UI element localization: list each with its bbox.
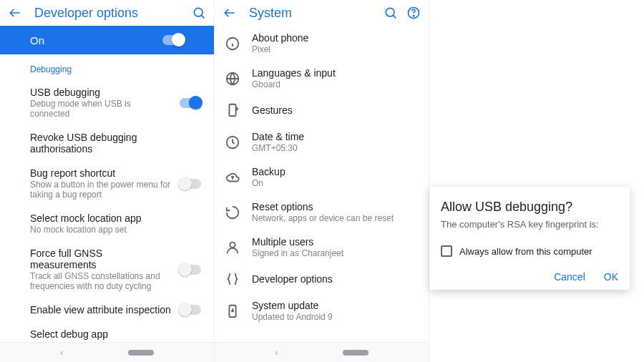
- usb-debugging-row[interactable]: USB debugging Debug mode when USB is con…: [0, 80, 214, 125]
- row-title: Revoke USB debugging authorisations: [30, 132, 201, 155]
- android-navbar: ‹: [0, 342, 214, 362]
- row-title: Languages & input: [252, 67, 416, 79]
- svg-point-0: [194, 8, 203, 16]
- row-subtitle: On: [252, 178, 416, 188]
- page-title: Developer options: [30, 6, 184, 21]
- master-toggle-row[interactable]: On: [0, 26, 214, 54]
- appbar: System: [215, 0, 429, 26]
- nav-back-icon[interactable]: ‹: [61, 348, 64, 358]
- section-header: Debugging: [0, 54, 214, 80]
- row-title: Bug report shortcut: [30, 167, 171, 179]
- row-title: Force full GNSS measurements: [30, 248, 171, 270]
- svg-point-3: [413, 16, 414, 16]
- gestures-row[interactable]: Gestures: [215, 96, 429, 124]
- bug-report-shortcut-row[interactable]: Bug report shortcut Show a button in the…: [0, 161, 214, 206]
- checkbox-label: Always allow from this computer: [459, 246, 592, 257]
- globe-icon: [225, 71, 240, 87]
- checkbox-icon: [441, 245, 452, 257]
- bug-report-toggle[interactable]: [180, 179, 201, 189]
- row-title: Enable view attribute inspection: [30, 304, 171, 315]
- update-icon: [225, 303, 240, 319]
- braces-icon: [225, 271, 240, 287]
- mock-location-row[interactable]: Select mock location app No mock locatio…: [0, 206, 214, 241]
- backup-row[interactable]: Backup On: [215, 160, 429, 195]
- row-title: Gestures: [252, 104, 416, 116]
- back-icon[interactable]: [222, 5, 238, 21]
- gesture-icon: [225, 102, 240, 118]
- row-title: Multiple users: [252, 236, 416, 248]
- row-subtitle: Debug mode when USB is connected: [30, 99, 171, 119]
- row-title: USB debugging: [30, 87, 171, 98]
- info-icon: [225, 36, 240, 52]
- developer-options-row[interactable]: Developer options: [215, 265, 429, 293]
- row-title: Select debug app: [30, 328, 201, 340]
- page-title: System: [245, 6, 376, 21]
- about-phone-row[interactable]: About phone Pixel: [215, 26, 429, 61]
- search-icon[interactable]: [191, 5, 207, 21]
- search-icon[interactable]: [383, 5, 399, 21]
- row-subtitle: Show a button in the power menu for taki…: [30, 180, 171, 200]
- svg-point-1: [386, 8, 394, 16]
- row-subtitle: Gboard: [252, 79, 416, 89]
- attr-inspection-toggle[interactable]: [180, 305, 201, 315]
- help-icon[interactable]: [406, 5, 421, 21]
- date-time-row[interactable]: Date & time GMT+05:30: [215, 124, 429, 160]
- row-subtitle: Track all GNSS constellations and freque…: [30, 271, 171, 291]
- gnss-row[interactable]: Force full GNSS measurements Track all G…: [0, 241, 214, 298]
- row-subtitle: Updated to Android 9: [252, 312, 416, 322]
- reset-icon: [225, 205, 240, 220]
- ok-button[interactable]: OK: [604, 271, 618, 283]
- row-title: Date & time: [252, 131, 416, 142]
- system-screen: System About phone Pixel Languages & inp…: [215, 0, 429, 362]
- master-toggle[interactable]: [162, 35, 184, 45]
- appbar: Developer options: [0, 0, 214, 26]
- settings-list: About phone Pixel Languages & input Gboa…: [215, 26, 429, 362]
- usb-debugging-dialog: Allow USB debugging? The computer's RSA …: [429, 187, 630, 290]
- usb-debugging-toggle[interactable]: [180, 98, 201, 108]
- gnss-toggle[interactable]: [180, 265, 201, 275]
- nav-home-pill[interactable]: [343, 350, 369, 356]
- usb-dialog-screen: Allow USB debugging? The computer's RSA …: [429, 0, 644, 362]
- svg-rect-6: [229, 104, 235, 117]
- nav-back-icon[interactable]: ‹: [275, 348, 278, 358]
- row-subtitle: No mock location app set: [30, 225, 201, 235]
- dialog-actions: Cancel OK: [441, 271, 618, 283]
- row-title: Select mock location app: [30, 212, 201, 224]
- settings-list: Debugging USB debugging Debug mode when …: [0, 54, 214, 362]
- dialog-title: Allow USB debugging?: [441, 200, 618, 215]
- reset-options-row[interactable]: Reset options Network, apps or device ca…: [215, 195, 429, 230]
- cancel-button[interactable]: Cancel: [554, 271, 585, 283]
- nav-home-pill[interactable]: [128, 350, 154, 356]
- row-title: Developer options: [252, 273, 416, 285]
- svg-point-8: [230, 242, 235, 247]
- row-title: Backup: [252, 166, 416, 177]
- row-subtitle: Signed in as Charanjeet: [252, 248, 416, 258]
- languages-row[interactable]: Languages & input Gboard: [215, 61, 429, 96]
- android-navbar: ‹: [215, 342, 429, 362]
- row-subtitle: Network, apps or device can be reset: [252, 213, 416, 223]
- dialog-body: The computer's RSA key fingerprint is:: [441, 219, 618, 230]
- row-title: About phone: [252, 32, 416, 44]
- row-subtitle: GMT+05:30: [252, 143, 416, 153]
- revoke-usb-row[interactable]: Revoke USB debugging authorisations: [0, 125, 214, 161]
- back-icon[interactable]: [7, 5, 23, 21]
- user-icon: [225, 240, 240, 255]
- system-update-row[interactable]: System update Updated to Android 9: [215, 293, 429, 328]
- row-title: Reset options: [252, 201, 416, 212]
- clock-icon: [225, 134, 240, 150]
- developer-options-screen: Developer options On Debugging USB debug…: [0, 0, 215, 362]
- row-title: System update: [252, 300, 416, 311]
- cloud-icon: [225, 170, 240, 185]
- row-subtitle: Pixel: [252, 44, 416, 54]
- master-toggle-label: On: [30, 34, 44, 47]
- attribute-inspection-row[interactable]: Enable view attribute inspection: [0, 298, 214, 322]
- multiple-users-row[interactable]: Multiple users Signed in as Charanjeet: [215, 230, 429, 265]
- always-allow-checkbox[interactable]: Always allow from this computer: [441, 245, 618, 257]
